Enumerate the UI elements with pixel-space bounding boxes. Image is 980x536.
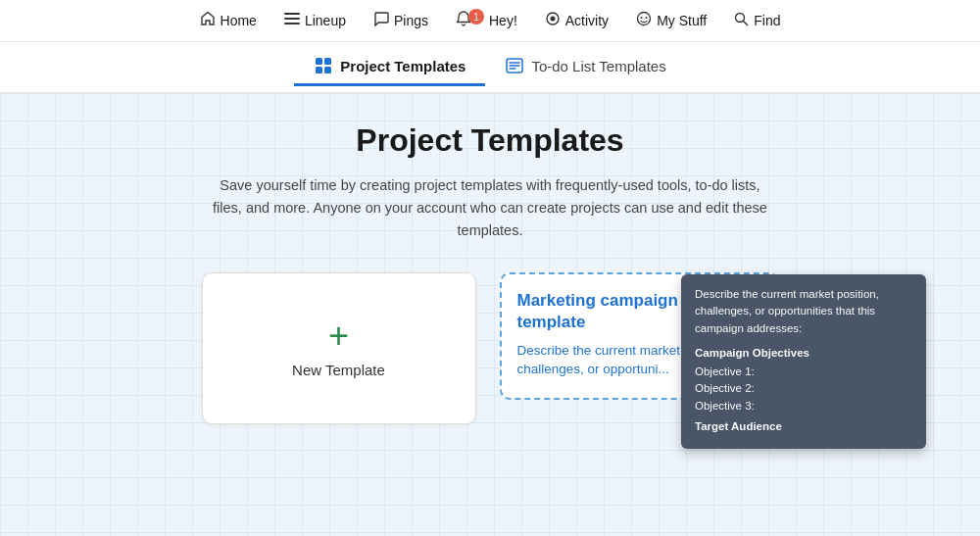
svg-point-4	[550, 17, 555, 22]
svg-rect-0	[284, 13, 300, 15]
new-template-label: New Template	[292, 362, 385, 378]
svg-rect-9	[316, 58, 322, 65]
tooltip-item2: Objective 2:	[695, 382, 755, 394]
nav-home[interactable]: Home	[200, 11, 257, 30]
svg-rect-12	[324, 67, 331, 73]
search-icon	[734, 12, 749, 30]
activity-icon	[545, 11, 561, 30]
svg-point-7	[646, 17, 648, 19]
main-content: Project Templates Save yourself time by …	[0, 93, 980, 536]
svg-point-6	[641, 17, 643, 19]
page-description: Save yourself time by creating project t…	[206, 174, 774, 243]
page-title: Project Templates	[59, 122, 921, 159]
svg-point-5	[638, 13, 651, 25]
smiley-icon	[636, 11, 652, 30]
tooltip-section2: Target Audience	[695, 418, 912, 435]
tooltip-section1: Campaign Objectives	[695, 345, 912, 362]
tooltip-intro: Describe the current market position, ch…	[695, 286, 912, 337]
tab-project-templates[interactable]: Project Templates	[294, 48, 485, 86]
home-icon	[200, 11, 216, 30]
nav-hey[interactable]: 1 Hey!	[456, 11, 517, 30]
list-icon	[505, 56, 524, 75]
hey-bell-wrapper: 1	[456, 11, 484, 30]
top-navigation: Home Lineup Pings 1	[0, 0, 980, 42]
tooltip-item3: Objective 3:	[695, 400, 755, 412]
tab-bar: Project Templates To-do List Templates	[0, 42, 980, 93]
svg-rect-11	[316, 67, 322, 73]
hey-notification-badge: 1	[468, 9, 484, 24]
template-tooltip: Describe the current market position, ch…	[681, 274, 926, 449]
nav-pings[interactable]: Pings	[373, 11, 428, 30]
tab-todo-list-templates[interactable]: To-do List Templates	[485, 48, 685, 86]
grid-icon	[314, 56, 333, 75]
plus-icon: +	[328, 318, 349, 354]
tooltip-item1: Objective 1:	[695, 365, 755, 377]
nav-lineup[interactable]: Lineup	[284, 12, 346, 29]
svg-rect-10	[324, 58, 331, 65]
svg-rect-2	[284, 23, 300, 24]
chat-icon	[373, 11, 389, 30]
svg-rect-1	[284, 18, 300, 20]
lineup-icon	[284, 12, 300, 29]
nav-mystuff[interactable]: My Stuff	[636, 11, 707, 30]
new-template-card[interactable]: + New Template	[202, 272, 476, 424]
nav-find[interactable]: Find	[734, 12, 780, 30]
nav-activity[interactable]: Activity	[545, 11, 609, 30]
